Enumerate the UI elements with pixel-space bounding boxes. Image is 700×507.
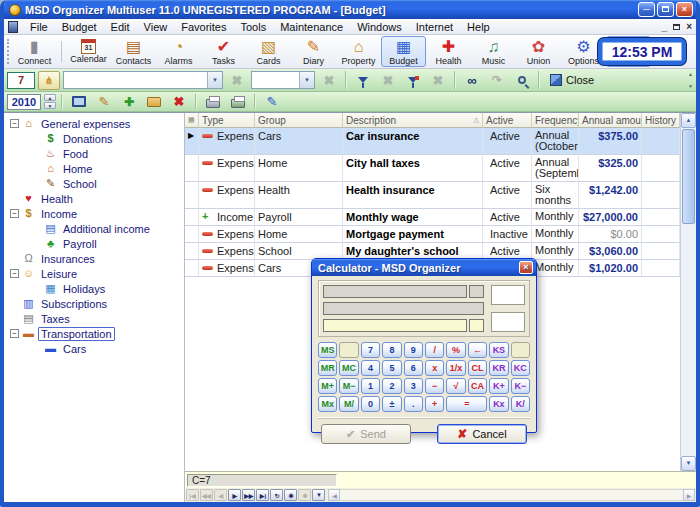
- tree-item[interactable]: Cars: [6, 341, 184, 356]
- navigator-button[interactable]: ◀◀: [200, 489, 213, 501]
- column-header-group[interactable]: Group: [255, 113, 343, 128]
- send-button[interactable]: ✔ Send: [321, 424, 411, 444]
- edit-record-button[interactable]: ✎: [93, 92, 115, 111]
- menu-item[interactable]: Favorites: [174, 20, 233, 34]
- tree-item[interactable]: Taxes: [6, 311, 184, 326]
- minimize-button[interactable]: ─: [638, 2, 655, 17]
- column-header-annual-amount[interactable]: Annual amount: [579, 113, 642, 128]
- tree-item[interactable]: General expenses: [6, 116, 184, 131]
- remove-filter-button[interactable]: ✖: [377, 71, 399, 90]
- open-record-button[interactable]: [143, 92, 165, 111]
- toolbar-button[interactable]: Tasks: [201, 36, 246, 67]
- chevron-down-icon[interactable]: ▼: [207, 72, 222, 88]
- year-input[interactable]: 2010: [7, 94, 41, 110]
- calculator-button[interactable]: KS: [489, 342, 508, 358]
- calculator-button[interactable]: 7: [361, 342, 380, 358]
- menu-item[interactable]: Tools: [233, 20, 273, 34]
- menu-item[interactable]: Internet: [409, 20, 460, 34]
- calculator-button[interactable]: MC: [339, 360, 358, 376]
- calculator-button[interactable]: 2: [382, 378, 401, 394]
- tree-item[interactable]: Donations: [6, 131, 184, 146]
- clear-group-button[interactable]: ✖: [318, 71, 340, 90]
- tree-item[interactable]: Insurances: [6, 251, 184, 266]
- grid-vertical-scrollbar[interactable]: ▲ ▼: [680, 113, 696, 471]
- calculator-button[interactable]: K−: [511, 378, 530, 394]
- column-header-description[interactable]: Description △: [343, 113, 483, 128]
- toolbar-button[interactable]: Alarms: [156, 36, 201, 67]
- toolbar-button[interactable]: Cards: [246, 36, 291, 67]
- tree-expander-icon[interactable]: [10, 269, 19, 278]
- delete-record-button[interactable]: ✖: [168, 92, 190, 111]
- navigator-button[interactable]: ▶|: [256, 489, 269, 501]
- child-minimize-button[interactable]: _: [662, 21, 668, 32]
- child-close-button[interactable]: ×: [686, 21, 692, 32]
- calculator-button[interactable]: ←: [468, 342, 487, 358]
- grid-row[interactable]: ▶ Expense Cars Car insurance Active: [185, 128, 680, 155]
- calculator-button[interactable]: M+: [318, 378, 337, 394]
- grid-row[interactable]: Expense Health Health insurance Active S…: [185, 182, 680, 209]
- calculator-button[interactable]: 8: [382, 342, 401, 358]
- calculator-button[interactable]: [511, 342, 530, 358]
- navigator-button[interactable]: ◀: [214, 489, 227, 501]
- group-tree-button[interactable]: ⋔: [38, 71, 60, 90]
- toolbar-button[interactable]: Budget: [381, 36, 426, 67]
- scroll-right-icon[interactable]: ▶: [683, 489, 695, 501]
- tree-item[interactable]: Home: [6, 161, 184, 176]
- calculator-button[interactable]: CL: [468, 360, 487, 376]
- navigator-button[interactable]: ▶▶: [242, 489, 255, 501]
- calculator-button[interactable]: MS: [318, 342, 337, 358]
- column-header-history[interactable]: History: [642, 113, 680, 128]
- print-button[interactable]: [202, 92, 224, 111]
- navigator-button[interactable]: |◀: [186, 489, 199, 501]
- navigator-button[interactable]: ▶: [228, 489, 241, 501]
- toolbar-button[interactable]: Diary: [291, 36, 336, 67]
- toolbar-button[interactable]: Property: [336, 36, 381, 67]
- calculator-button[interactable]: Mx: [318, 396, 337, 412]
- calculator-button[interactable]: =: [446, 396, 487, 412]
- tree-item[interactable]: Payroll: [6, 236, 184, 251]
- remove-advanced-filter-button[interactable]: ✖: [427, 71, 449, 90]
- group-combo[interactable]: ▼: [251, 71, 315, 89]
- tree-item[interactable]: Leisure: [6, 266, 184, 281]
- grid-horizontal-scrollbar[interactable]: ◀ ▶: [328, 489, 695, 501]
- close-button[interactable]: ×: [676, 2, 693, 17]
- toolbar-button[interactable]: Connect: [12, 36, 57, 67]
- scroll-left-icon[interactable]: ◀: [328, 489, 340, 501]
- calculator-button[interactable]: 4: [361, 360, 380, 376]
- spin-down-icon[interactable]: ▼: [44, 102, 56, 109]
- hscroll-track[interactable]: [340, 489, 683, 501]
- tree-item[interactable]: Income: [6, 206, 184, 221]
- print-preview-button[interactable]: [227, 92, 249, 111]
- restore-button[interactable]: [657, 2, 674, 17]
- tree-item[interactable]: School: [6, 176, 184, 191]
- chevron-down-icon[interactable]: ▼: [299, 72, 314, 88]
- clear-filter-button[interactable]: ✖: [226, 71, 248, 90]
- tree-expander-icon[interactable]: [10, 119, 19, 128]
- child-restore-button[interactable]: [673, 24, 680, 30]
- scroll-thumb[interactable]: [682, 129, 695, 224]
- tree-item[interactable]: Health: [6, 191, 184, 206]
- menu-item[interactable]: Maintenance: [273, 20, 350, 34]
- calculator-close-button[interactable]: ×: [519, 261, 533, 274]
- menu-item[interactable]: Budget: [55, 20, 104, 34]
- search-button[interactable]: ∞: [461, 71, 483, 90]
- column-header-frequency[interactable]: Frequency: [532, 113, 579, 128]
- scroll-down-icon[interactable]: ▼: [681, 456, 696, 471]
- navigator-button[interactable]: ↻: [270, 489, 283, 501]
- navigator-button[interactable]: ✱: [284, 489, 297, 501]
- toolbar-button[interactable]: Music: [471, 36, 516, 67]
- calculator-button[interactable]: M/: [339, 396, 358, 412]
- menu-item[interactable]: Windows: [350, 20, 409, 34]
- tree-expander-icon[interactable]: [10, 209, 19, 218]
- search-next-button[interactable]: ↷: [486, 71, 508, 90]
- calculator-button[interactable]: +: [425, 396, 444, 412]
- calculator-button[interactable]: .: [404, 396, 423, 412]
- set-filter-button[interactable]: [352, 71, 374, 90]
- calculator-button[interactable]: 3: [404, 378, 423, 394]
- toolbar-button[interactable]: Calendar: [66, 36, 111, 67]
- column-header-active[interactable]: Active: [483, 113, 532, 128]
- calculator-button[interactable]: MR: [318, 360, 337, 376]
- scroll-up-icon[interactable]: ▲: [681, 113, 696, 128]
- tree-item[interactable]: Transportation: [6, 326, 184, 341]
- navigator-button[interactable]: ✱: [298, 489, 311, 501]
